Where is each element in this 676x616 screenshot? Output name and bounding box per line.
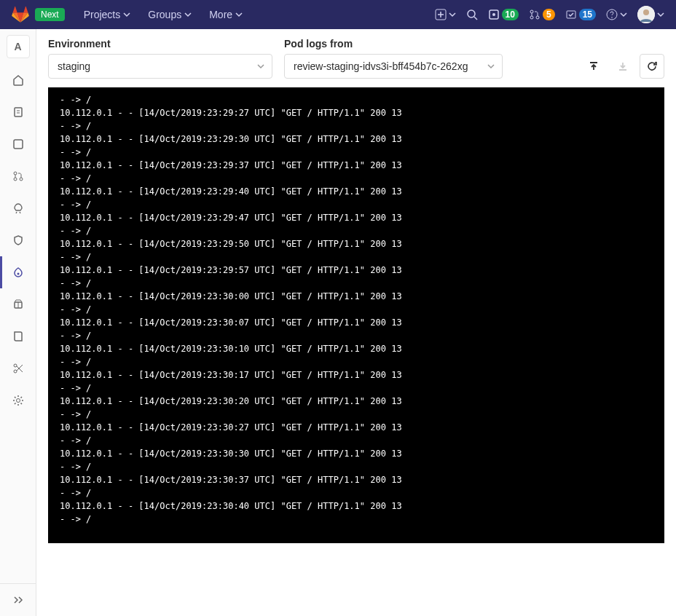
svg-point-15 <box>14 178 17 181</box>
nav-projects[interactable]: Projects <box>76 4 138 25</box>
chevron-down-icon <box>487 63 495 70</box>
next-badge[interactable]: Next <box>35 8 65 21</box>
user-menu[interactable] <box>637 6 664 23</box>
top-navbar: Next Projects Groups More 10 5 <box>0 0 676 29</box>
merge-requests-link[interactable]: 5 <box>529 9 555 20</box>
chevron-down-icon <box>449 11 456 18</box>
doc-icon <box>12 106 24 118</box>
scroll-down-icon <box>617 60 629 72</box>
help-dropdown[interactable] <box>606 9 627 20</box>
nav-label: Groups <box>148 9 181 20</box>
svg-point-5 <box>530 16 533 19</box>
operations-icon <box>12 266 24 278</box>
chevron-down-icon <box>257 63 264 70</box>
merge-request-icon <box>12 170 24 182</box>
chevron-down-icon <box>123 11 130 18</box>
plus-icon <box>435 9 447 20</box>
log-viewer[interactable]: - -> / 10.112.0.1 - - [14/Oct/2019:23:29… <box>48 87 664 543</box>
todos-link[interactable]: 15 <box>565 9 596 20</box>
todos-count: 15 <box>579 9 596 20</box>
package-icon <box>12 299 24 310</box>
nav-label: Projects <box>84 9 121 20</box>
refresh-icon <box>646 60 658 72</box>
sidebar-item-wiki[interactable] <box>0 320 36 352</box>
svg-point-20 <box>14 370 17 373</box>
environment-group: Environment staging <box>48 38 272 79</box>
sidebar-item-overview[interactable] <box>0 64 36 96</box>
gear-icon <box>12 395 24 406</box>
scroll-to-bottom-button[interactable] <box>610 54 635 79</box>
sidebar-item-merge-requests[interactable] <box>0 160 36 192</box>
home-icon <box>12 74 24 86</box>
todos-icon <box>565 9 577 20</box>
main-content: Environment staging Pod logs from review… <box>36 29 676 616</box>
environment-dropdown[interactable]: staging <box>48 54 272 79</box>
svg-point-17 <box>17 273 19 275</box>
chevron-down-icon <box>235 11 243 18</box>
search-button[interactable] <box>466 9 478 20</box>
chevron-down-icon <box>184 11 192 18</box>
refresh-button[interactable] <box>640 54 664 79</box>
project-avatar[interactable]: A <box>7 35 30 58</box>
sidebar-item-issues[interactable] <box>0 128 36 160</box>
svg-point-14 <box>14 172 17 175</box>
shield-icon <box>12 234 24 246</box>
sidebar-item-operations[interactable] <box>0 256 36 288</box>
sidebar-item-security[interactable] <box>0 224 36 256</box>
svg-point-21 <box>16 399 20 403</box>
scroll-to-top-button[interactable] <box>581 54 606 79</box>
pod-value: review-staging-idvs3i-bff454b7c-262xg <box>294 60 468 72</box>
scroll-up-icon <box>588 60 600 72</box>
sidebar-item-settings[interactable] <box>0 384 36 416</box>
pod-label: Pod logs from <box>284 38 503 50</box>
search-icon <box>466 9 478 20</box>
controls-right <box>581 54 664 79</box>
nav-groups[interactable]: Groups <box>141 4 199 25</box>
rocket-icon <box>12 202 24 214</box>
issues-icon <box>488 9 500 20</box>
gitlab-logo-icon[interactable] <box>12 6 29 23</box>
pod-dropdown[interactable]: review-staging-idvs3i-bff454b7c-262xg <box>284 54 503 79</box>
sidebar-collapse-button[interactable] <box>0 584 36 616</box>
nav-label: More <box>209 9 232 20</box>
sidebar-item-ci-cd[interactable] <box>0 192 36 224</box>
book-icon <box>12 331 24 342</box>
svg-point-9 <box>611 17 613 18</box>
user-avatar-icon <box>637 6 655 23</box>
layout: A <box>0 29 676 616</box>
environment-value: staging <box>58 60 90 72</box>
scissors-icon <box>12 363 24 374</box>
sidebar-bottom <box>0 583 36 616</box>
chevron-double-right-icon <box>12 594 24 606</box>
svg-point-16 <box>20 178 23 181</box>
question-icon <box>606 9 618 20</box>
pod-group: Pod logs from review-staging-idvs3i-bff4… <box>284 38 503 79</box>
left-sidebar: A <box>0 29 36 616</box>
chevron-down-icon <box>657 11 664 18</box>
svg-rect-13 <box>14 140 23 149</box>
environment-label: Environment <box>48 38 272 50</box>
issues-link[interactable]: 10 <box>488 9 519 20</box>
svg-point-1 <box>468 10 475 17</box>
logo-area: Next <box>12 6 65 23</box>
sidebar-item-repository[interactable] <box>0 96 36 128</box>
issues-icon <box>12 138 24 150</box>
svg-point-6 <box>536 16 539 19</box>
controls-row: Environment staging Pod logs from review… <box>36 29 676 87</box>
sidebar-item-packages[interactable] <box>0 288 36 320</box>
svg-rect-12 <box>15 108 22 117</box>
svg-point-11 <box>643 9 649 15</box>
svg-point-19 <box>14 364 17 367</box>
svg-point-3 <box>492 13 495 16</box>
svg-point-4 <box>530 10 533 13</box>
sidebar-top: A <box>0 29 36 583</box>
mr-count: 5 <box>543 9 555 20</box>
topbar-right: 10 5 15 <box>435 6 664 23</box>
new-dropdown[interactable] <box>435 9 456 20</box>
nav-more[interactable]: More <box>202 4 250 25</box>
merge-request-icon <box>529 9 541 20</box>
top-nav-items: Projects Groups More <box>76 4 250 25</box>
sidebar-item-snippets[interactable] <box>0 352 36 384</box>
chevron-down-icon <box>620 11 627 18</box>
issues-count: 10 <box>502 9 519 20</box>
